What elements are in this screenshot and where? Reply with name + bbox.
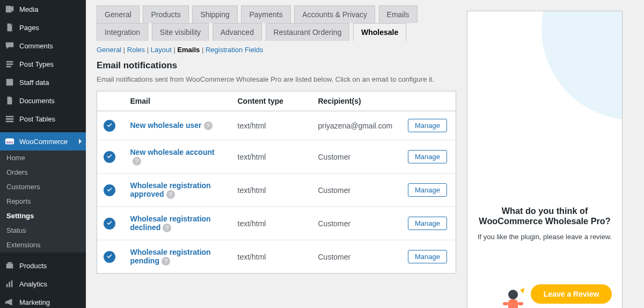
manage-button[interactable]: Manage	[408, 150, 447, 163]
review-panel: What do you think of WooCommerce Wholesa…	[467, 11, 623, 308]
sidebar-label: Staff data	[19, 78, 49, 87]
content-type-cell: text/html	[231, 140, 312, 174]
submenu-item-status[interactable]: Status	[0, 223, 86, 238]
sidebar-item-products[interactable]: Products	[0, 256, 86, 275]
status-enabled-icon	[104, 218, 115, 230]
manage-button[interactable]: Manage	[408, 250, 447, 263]
submenu-item-reports[interactable]: Reports	[0, 194, 86, 209]
svg-rect-3	[6, 79, 13, 86]
svg-rect-16	[508, 299, 518, 308]
recipients-cell: Customer	[312, 140, 402, 174]
sidebar-label: Comments	[19, 42, 53, 50]
marketing-icon	[4, 297, 15, 307]
status-enabled-icon	[104, 184, 115, 196]
sidebar-item-woocommerce[interactable]: wooWooCommerce	[0, 132, 86, 151]
tab-shipping[interactable]: Shipping	[192, 5, 238, 23]
tab-accounts-privacy[interactable]: Accounts & Privacy	[294, 5, 375, 23]
status-enabled-icon	[104, 251, 115, 263]
decorative-circle	[541, 11, 623, 120]
woocommerce-icon: woo	[4, 136, 15, 147]
help-icon[interactable]: ?	[166, 190, 175, 199]
tables-icon	[4, 113, 15, 124]
sidebar-item-analytics[interactable]: Analytics	[0, 275, 86, 293]
manage-button[interactable]: Manage	[408, 119, 447, 132]
sidebar-item-documents[interactable]: Documents	[0, 91, 86, 110]
sidebar-item-post-tables[interactable]: Post Tables	[0, 110, 86, 128]
sidebar-item-marketing[interactable]: Marketing	[0, 293, 86, 308]
tab-site-visibility[interactable]: Site visibility	[152, 23, 209, 41]
products-icon	[4, 260, 15, 271]
sidebar-label: Post Tables	[19, 115, 55, 123]
help-icon[interactable]: ?	[133, 157, 141, 166]
tab-integration[interactable]: Integration	[97, 23, 148, 41]
settings-tabs: General Products Shipping Payments Accou…	[97, 5, 456, 41]
sidebar-item-media[interactable]: Media	[0, 0, 86, 18]
separator	[0, 254, 86, 255]
svg-rect-20	[518, 302, 523, 305]
status-enabled-icon	[104, 120, 115, 132]
help-icon[interactable]: ?	[204, 121, 213, 130]
help-icon[interactable]: ?	[163, 224, 171, 232]
email-notifications-table: Email Content type Recipient(s) New whol…	[97, 91, 456, 274]
svg-rect-6	[6, 121, 13, 123]
email-name-link[interactable]: New wholesale account	[130, 148, 215, 156]
tab-advanced[interactable]: Advanced	[213, 23, 262, 41]
tab-emails[interactable]: Emails	[379, 5, 418, 23]
svg-rect-19	[503, 302, 508, 305]
leave-review-button[interactable]: Leave a Review	[531, 284, 612, 304]
tab-payments[interactable]: Payments	[241, 5, 290, 23]
sidebar-item-post-types[interactable]: Post Types	[0, 55, 86, 73]
table-row: Wholesale registration pending? text/htm…	[97, 240, 456, 274]
recipients-cell: Customer	[312, 240, 402, 274]
subtabs: General | Roles | Layout | Emails | Regi…	[97, 46, 456, 54]
sidebar-item-comments[interactable]: Comments	[0, 37, 86, 55]
svg-rect-5	[6, 118, 13, 120]
help-icon[interactable]: ?	[162, 257, 170, 266]
svg-rect-9	[6, 263, 13, 268]
tab-products[interactable]: Products	[143, 5, 188, 23]
sidebar-label: Documents	[19, 97, 55, 105]
submenu-item-customers[interactable]: Customers	[0, 180, 86, 194]
subtab-registration-fields[interactable]: Registration Fields	[206, 46, 264, 54]
sidebar-item-staff-data[interactable]: Staff data	[0, 73, 86, 91]
separator	[0, 130, 86, 131]
col-email-header: Email	[124, 91, 231, 111]
section-title: Email notifications	[97, 60, 456, 71]
tab-restaurant-ordering[interactable]: Restaurant Ordering	[266, 23, 350, 41]
submenu-item-home[interactable]: Home	[0, 151, 86, 165]
documents-icon	[4, 95, 15, 106]
recipients-cell: priyazena@gmail.com	[312, 111, 402, 140]
subtab-roles[interactable]: Roles	[127, 46, 145, 54]
submenu-item-extensions[interactable]: Extensions	[0, 238, 86, 252]
subtab-emails[interactable]: Emails	[177, 46, 200, 54]
sidebar-item-pages[interactable]: Pages	[0, 18, 86, 37]
email-name-link[interactable]: New wholesale user	[130, 121, 202, 130]
manage-button[interactable]: Manage	[408, 217, 447, 230]
content-type-cell: text/html	[231, 111, 312, 140]
person-illustration	[500, 287, 526, 308]
content-type-cell: text/html	[231, 240, 312, 274]
svg-rect-4	[6, 116, 13, 118]
subtab-general[interactable]: General	[97, 46, 121, 54]
tab-wholesale[interactable]: Wholesale	[353, 23, 406, 41]
submenu-item-orders[interactable]: Orders	[0, 165, 86, 180]
svg-rect-0	[6, 61, 13, 63]
svg-rect-1	[6, 63, 13, 65]
analytics-icon	[4, 278, 15, 289]
email-name-link[interactable]: Wholesale registration pending	[130, 248, 211, 265]
manage-button[interactable]: Manage	[408, 183, 447, 197]
subtab-layout[interactable]: Layout	[151, 46, 172, 54]
media-icon	[4, 4, 15, 15]
woocommerce-submenu: Home Orders Customers Reports Settings S…	[0, 151, 86, 252]
svg-rect-10	[8, 262, 11, 264]
chevron-right-icon	[79, 139, 82, 144]
post-types-icon	[4, 59, 15, 69]
svg-rect-13	[11, 281, 13, 288]
submenu-item-settings[interactable]: Settings	[0, 209, 86, 223]
section-description: Email notifications sent from WooCommerc…	[97, 75, 456, 83]
review-panel-title: What do you think of WooCommerce Wholesa…	[477, 206, 612, 226]
svg-rect-12	[9, 282, 10, 287]
sidebar-label: Products	[19, 262, 47, 270]
recipients-cell: Customer	[312, 207, 402, 240]
tab-general[interactable]: General	[97, 5, 140, 23]
